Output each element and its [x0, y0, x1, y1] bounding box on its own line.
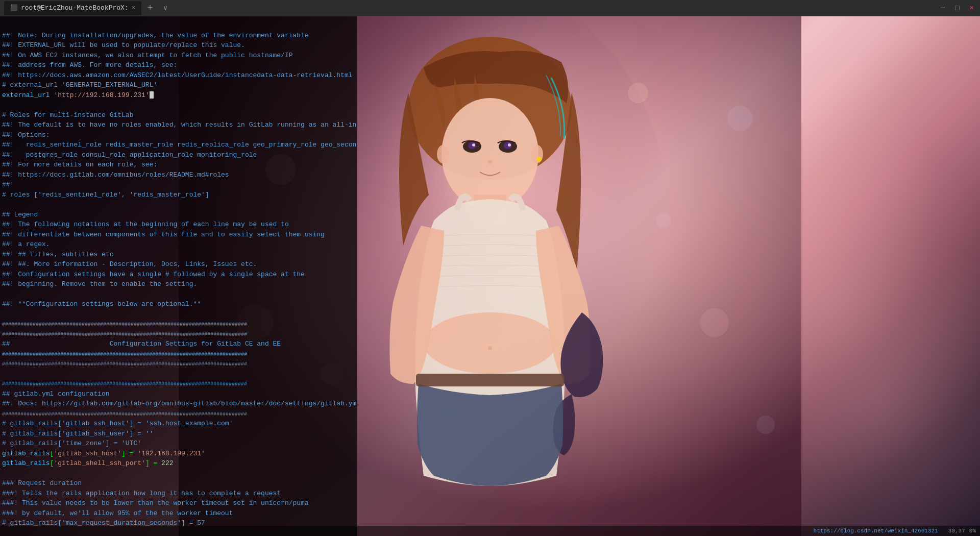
new-tab-button[interactable]: + — [143, 3, 157, 13]
svg-point-22 — [656, 213, 671, 228]
svg-point-14 — [536, 157, 542, 162]
svg-point-12 — [437, 145, 449, 163]
window-controls: ─ □ × — [939, 0, 976, 16]
svg-point-3 — [442, 98, 538, 210]
window-close-button[interactable]: × — [968, 4, 976, 12]
main-content: ##! Note: During installation/upgrades, … — [0, 16, 980, 536]
svg-point-10 — [508, 143, 511, 147]
svg-point-11 — [487, 160, 493, 164]
status-bar: https://blog.csdn.net/weixin_42661321 30… — [0, 526, 980, 536]
scroll-percentage: 0% — [969, 528, 976, 534]
tab-list: ⬛ root@EricZhou-MateBookProX: × + ∨ — [4, 1, 172, 15]
terminal-content: ##! Note: During installation/upgrades, … — [2, 20, 355, 536]
svg-rect-17 — [416, 374, 564, 386]
minimize-button[interactable]: ─ — [939, 4, 947, 12]
status-url: https://blog.csdn.net/weixin_42661321 — [814, 528, 938, 534]
terminal-icon: ⬛ — [10, 4, 18, 12]
terminal-lines: ##! Note: During installation/upgrades, … — [2, 20, 355, 536]
svg-point-23 — [700, 308, 729, 337]
tab-chevron[interactable]: ∨ — [159, 4, 172, 12]
svg-point-20 — [727, 106, 753, 131]
svg-point-15 — [424, 312, 556, 374]
maximize-button[interactable]: □ — [953, 4, 961, 12]
svg-point-16 — [488, 346, 492, 350]
active-tab[interactable]: ⬛ root@EricZhou-MateBookProX: × — [4, 1, 141, 15]
svg-point-9 — [472, 143, 475, 147]
svg-point-25 — [756, 416, 775, 434]
terminal-pane[interactable]: ##! Note: During installation/upgrades, … — [0, 16, 357, 536]
tab-title: root@EricZhou-MateBookProX: — [21, 4, 129, 12]
tab-close-button[interactable]: × — [132, 5, 135, 12]
svg-point-19 — [628, 83, 648, 103]
title-bar: ⬛ root@EricZhou-MateBookProX: × + ∨ ─ □ … — [0, 0, 980, 16]
cursor-position: 30,37 — [948, 528, 965, 534]
